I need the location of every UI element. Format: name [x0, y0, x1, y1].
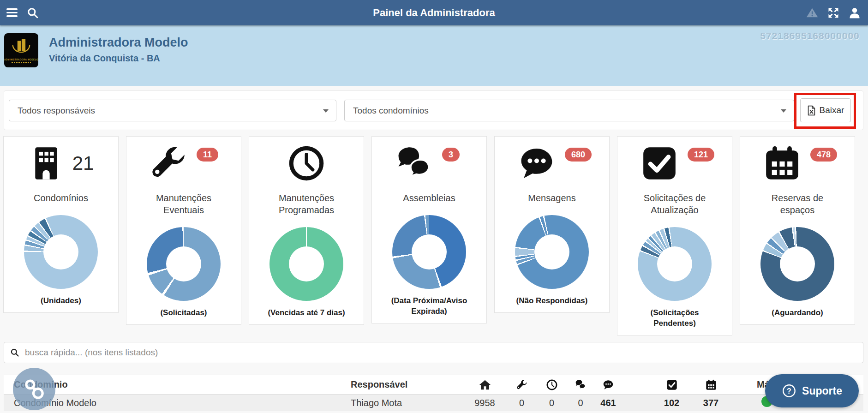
row-value-2: 0 — [549, 398, 554, 408]
company-header: ADMINISTRADORA MODELO Administradora Mod… — [0, 25, 868, 86]
card-title: Reservas de espaços — [754, 192, 841, 216]
card-badge: 121 — [688, 148, 714, 162]
calendar-icon — [706, 379, 717, 390]
search-icon[interactable] — [27, 7, 39, 19]
card-title: Assembleias — [385, 192, 473, 204]
responsible-select[interactable]: Todos responsáveis — [9, 100, 336, 121]
filter-bar: Todos responsáveis Todos condomínios Bai… — [4, 90, 863, 130]
row-value-5: 102 — [664, 398, 679, 408]
condominium-table: CondomínioResponsávelMá Condomínio Model… — [4, 375, 863, 411]
clock-icon — [546, 379, 557, 390]
responsible-select-value: Todos responsáveis — [18, 106, 95, 116]
row-responsavel: Thiago Mota — [347, 398, 465, 408]
donut-chart — [760, 227, 834, 301]
row-value-0: 9958 — [474, 398, 495, 408]
check-square-icon — [666, 379, 677, 390]
card-caption: (Vencidas até 7 dias) — [266, 307, 347, 318]
card-condom-nios[interactable]: 21Condomínios(Unidades) — [3, 136, 119, 313]
company-logo: ADMINISTRADORA MODELO — [4, 33, 38, 67]
card-caption: (Não Respondidas) — [512, 295, 593, 306]
chat-bubbles-icon — [575, 379, 586, 390]
row-value-4: 461 — [600, 398, 616, 408]
calendar-icon — [764, 145, 800, 181]
dashboard: Painel da Administradora ADMINISTRADORA … — [0, 0, 868, 413]
column-header-clock-icon[interactable] — [546, 379, 557, 390]
svg-text:?: ? — [787, 387, 791, 395]
card-badge: 3 — [442, 148, 460, 162]
column-header-calendar-icon[interactable] — [706, 379, 717, 390]
card-title: Condomínios — [17, 192, 105, 204]
expand-icon[interactable] — [827, 7, 839, 19]
navbar: Painel da Administradora — [0, 0, 868, 25]
card-reservas-de-espa-os[interactable]: 478Reservas de espaços(Aguardando) — [740, 136, 855, 325]
card-title: Manutenções Programadas — [263, 192, 350, 216]
card-caption: (Solicitadas) — [144, 307, 224, 318]
cards-row: 21Condomínios(Unidades)11Manutenções Eve… — [3, 136, 855, 335]
card-badge: 11 — [197, 148, 218, 162]
card-title: Solicitações de Atualização — [631, 192, 718, 216]
table-header-row: CondomínioResponsávelMá — [4, 375, 863, 395]
chevron-down-icon — [323, 109, 329, 113]
card-title: Mensagens — [508, 192, 596, 204]
column-header-chat-bubbles-icon[interactable] — [575, 379, 586, 390]
row-value-3: 0 — [578, 398, 583, 408]
card-manuten-es-eventuais[interactable]: 11Manutenções Eventuais(Solicitadas) — [126, 136, 241, 325]
chat-bubbles-icon — [396, 145, 432, 181]
company-location: Vitória da Conquista - BA — [49, 53, 160, 64]
quick-search — [4, 342, 863, 363]
table-row[interactable]: Condomínio ModeloThiago Mota995800046110… — [4, 395, 863, 411]
clock-icon — [288, 145, 324, 181]
card-manuten-es-programadas[interactable]: Manutenções Programadas(Vencidas até 7 d… — [249, 136, 364, 325]
annotation-highlight-box — [794, 93, 856, 129]
chevron-down-icon — [781, 109, 786, 113]
card-mensagens[interactable]: 680Mensagens(Não Respondidas) — [494, 136, 610, 313]
column-header-check-square-icon[interactable] — [666, 379, 677, 390]
wrench-icon — [150, 145, 186, 181]
card-caption: (Data Próxima/Aviso Expirada) — [389, 295, 470, 317]
support-button-label: Suporte — [802, 385, 842, 397]
card-badge: 478 — [810, 148, 837, 162]
column-header-wrench-icon[interactable] — [516, 379, 527, 390]
building-icon — [28, 145, 64, 181]
row-value-6: 377 — [703, 398, 718, 408]
chat-dots-icon — [519, 145, 555, 181]
column-header-chat-dots-icon[interactable] — [603, 379, 614, 390]
company-name: Administradora Modelo — [49, 36, 188, 50]
card-caption: (Unidades) — [21, 295, 102, 306]
column-header-home-icon[interactable] — [479, 379, 491, 391]
card-badge: 680 — [565, 148, 592, 162]
support-button[interactable]: ? Suporte — [765, 374, 859, 407]
check-square-icon — [641, 145, 677, 181]
card-solicita-es-de-atualiza-o[interactable]: 121Solicitações de Atualização(Solicitaç… — [617, 136, 732, 335]
card-count: 21 — [72, 152, 94, 174]
card-assembleias[interactable]: 3Assembleias(Data Próxima/Aviso Expirada… — [371, 136, 487, 323]
logo-subtext — [12, 62, 31, 63]
card-caption: (Aguardando) — [757, 307, 838, 318]
wrench-icon — [516, 379, 527, 390]
donut-chart — [638, 227, 712, 301]
condominium-select[interactable]: Todos condomínios — [344, 100, 794, 121]
row-condominio: Condomínio Modelo — [4, 398, 347, 408]
question-circle-icon: ? — [782, 383, 796, 398]
accessibility-widget[interactable] — [13, 368, 55, 410]
donut-chart — [392, 215, 466, 289]
accessibility-icon — [22, 377, 47, 401]
page-title: Painel da Administradora — [373, 7, 495, 19]
column-header-responsavel[interactable]: Responsável — [347, 379, 465, 390]
donut-chart — [269, 227, 343, 301]
card-title: Manutenções Eventuais — [140, 192, 227, 216]
donut-chart — [147, 227, 221, 301]
row-value-1: 0 — [519, 398, 524, 408]
chat-dots-icon — [603, 379, 614, 390]
quick-search-input[interactable] — [24, 347, 863, 358]
card-caption: (Solicitações Pendentes) — [635, 307, 715, 329]
search-input-icon — [10, 348, 19, 357]
donut-chart — [515, 215, 589, 289]
logo-text: ADMINISTRADORA MODELO — [4, 59, 38, 61]
watermark-number: 57218695168000000 — [760, 30, 860, 42]
alert-icon[interactable] — [806, 7, 818, 19]
condominium-select-value: Todos condomínios — [353, 106, 429, 116]
user-icon[interactable] — [849, 7, 861, 19]
menu-icon[interactable] — [6, 8, 18, 17]
donut-chart — [24, 215, 98, 289]
